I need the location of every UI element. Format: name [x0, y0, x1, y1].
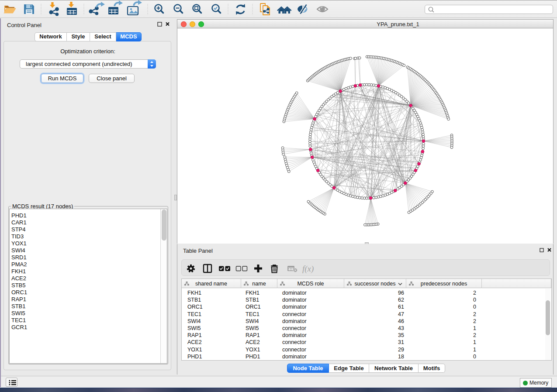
- svg-text:f(x): f(x): [302, 264, 314, 274]
